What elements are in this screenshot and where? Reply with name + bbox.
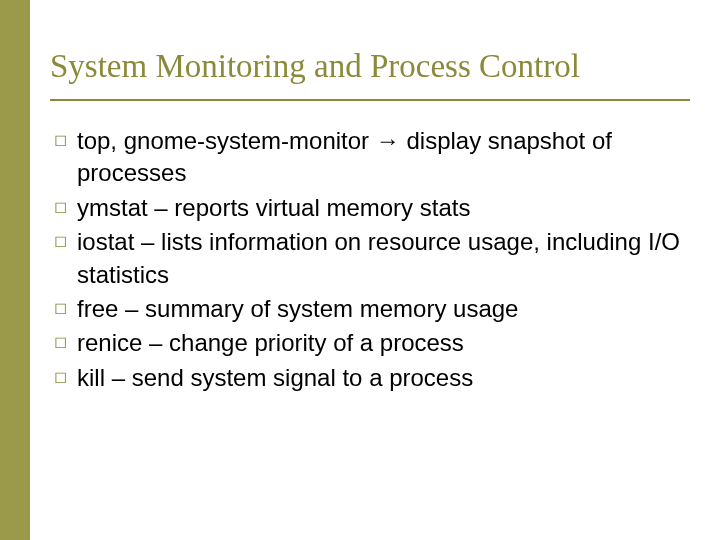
bullet-text: free – summary of system memory usage bbox=[77, 293, 518, 325]
bullet-text: kill – send system signal to a process bbox=[77, 362, 473, 394]
arrow-icon: → bbox=[376, 127, 400, 154]
bullet-icon: ◻ bbox=[54, 369, 67, 385]
bullet-text: renice – change priority of a process bbox=[77, 327, 464, 359]
list-item: ◻top, gnome-system-monitor → display sna… bbox=[54, 125, 690, 190]
bullet-icon: ◻ bbox=[54, 233, 67, 249]
bullet-icon: ◻ bbox=[54, 132, 67, 148]
bullet-text: top, gnome-system-monitor → display snap… bbox=[77, 125, 690, 190]
bullet-text-pre: iostat – lists information on resource u… bbox=[77, 228, 680, 287]
bullet-text: iostat – lists information on resource u… bbox=[77, 226, 690, 291]
bullet-icon: ◻ bbox=[54, 334, 67, 350]
bullet-text-pre: kill – send system signal to a process bbox=[77, 364, 473, 391]
list-item: ◻iostat – lists information on resource … bbox=[54, 226, 690, 291]
bullet-icon: ◻ bbox=[54, 300, 67, 316]
list-item: ◻renice – change priority of a process bbox=[54, 327, 690, 359]
bullet-text-pre: ymstat – reports virtual memory stats bbox=[77, 194, 470, 221]
bullet-text: ymstat – reports virtual memory stats bbox=[77, 192, 470, 224]
slide-sidebar bbox=[0, 0, 30, 540]
list-item: ◻free – summary of system memory usage bbox=[54, 293, 690, 325]
slide-content: System Monitoring and Process Control ◻t… bbox=[30, 0, 720, 396]
bullet-list: ◻top, gnome-system-monitor → display sna… bbox=[50, 125, 690, 394]
bullet-icon: ◻ bbox=[54, 199, 67, 215]
bullet-text-pre: renice – change priority of a process bbox=[77, 329, 464, 356]
bullet-text-pre: top, gnome-system-monitor bbox=[77, 127, 376, 154]
list-item: ◻ymstat – reports virtual memory stats bbox=[54, 192, 690, 224]
bullet-text-pre: free – summary of system memory usage bbox=[77, 295, 518, 322]
slide-title: System Monitoring and Process Control bbox=[50, 48, 690, 101]
list-item: ◻kill – send system signal to a process bbox=[54, 362, 690, 394]
